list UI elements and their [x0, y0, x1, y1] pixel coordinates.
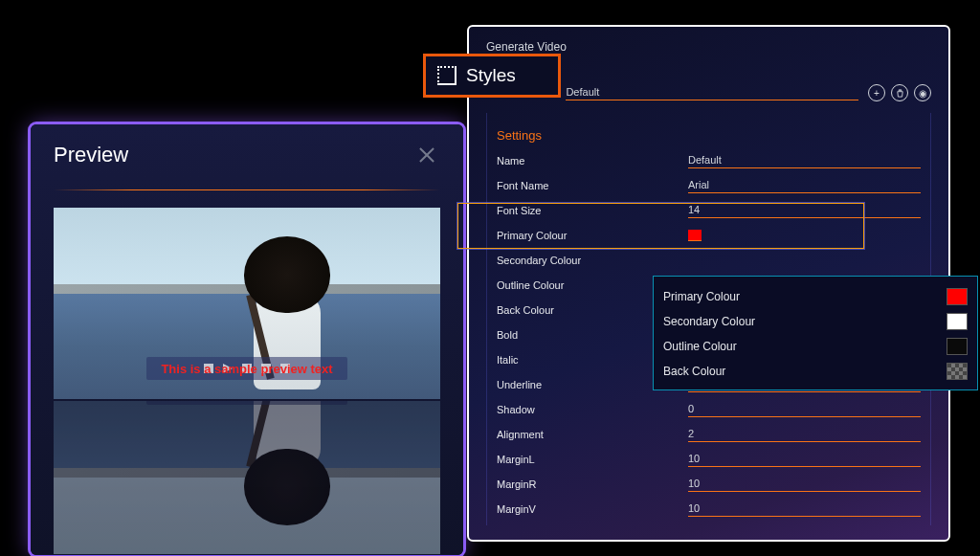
video-preview[interactable]: This is a sample preview text — [54, 208, 440, 399]
styles-label: Styles — [466, 65, 516, 86]
ass-select-value[interactable]: Default — [566, 86, 858, 100]
primary-colour-input[interactable] — [688, 228, 921, 242]
settings-header: Settings — [497, 128, 921, 143]
primary-colour-label: Primary Colour — [497, 230, 688, 241]
margin-v-label: MarginV — [497, 503, 688, 515]
close-icon[interactable] — [413, 142, 440, 168]
back-colour-swatch[interactable] — [947, 363, 968, 380]
add-icon[interactable]: + — [868, 84, 885, 101]
font-size-label: Font Size — [497, 205, 688, 216]
margin-v-input[interactable]: 10 — [688, 502, 921, 517]
alignment-label: Alignment — [497, 429, 688, 440]
margin-r-label: MarginR — [497, 478, 688, 490]
name-label: Name — [497, 155, 688, 167]
outline-colour-swatch[interactable] — [947, 338, 968, 355]
preview-header: Preview — [31, 124, 463, 174]
margin-l-label: MarginL — [497, 454, 688, 465]
font-name-label: Font Name — [497, 180, 688, 191]
font-name-input[interactable]: Arial — [688, 179, 921, 193]
subtitle-sample-text: This is a sample preview text — [161, 362, 332, 376]
font-size-input[interactable]: 14 — [688, 204, 921, 218]
alignment-input[interactable]: 2 — [688, 428, 921, 442]
margin-r-input[interactable]: 10 — [688, 478, 921, 492]
popup-outline-label: Outline Colour — [663, 340, 737, 353]
preview-title: Preview — [54, 143, 128, 167]
secondary-colour-input[interactable] — [688, 259, 921, 261]
shadow-label: Shadow — [497, 404, 688, 415]
styles-tab-callout[interactable]: Styles — [423, 54, 561, 98]
styles-icon — [437, 66, 457, 85]
divider — [54, 189, 440, 190]
video-reflection: This is a sample preview text — [54, 401, 440, 554]
shadow-input[interactable]: 0 — [688, 403, 921, 417]
colour-popup: Primary Colour Secondary Colour Outline … — [653, 276, 978, 390]
secondary-colour-label: Secondary Colour — [497, 255, 688, 266]
popup-secondary-label: Secondary Colour — [663, 315, 755, 328]
panel-title: Generate Video — [486, 40, 931, 54]
view-icon[interactable]: ◉ — [914, 84, 931, 101]
margin-l-input[interactable]: 10 — [688, 453, 921, 467]
name-input[interactable]: Default — [688, 154, 921, 168]
popup-back-label: Back Colour — [663, 365, 725, 378]
primary-colour-swatch[interactable] — [947, 288, 968, 305]
secondary-colour-swatch[interactable] — [947, 313, 968, 330]
popup-primary-label: Primary Colour — [663, 290, 740, 303]
delete-icon[interactable] — [891, 84, 908, 101]
preview-panel: Preview This is a sample preview text Th… — [31, 124, 463, 555]
